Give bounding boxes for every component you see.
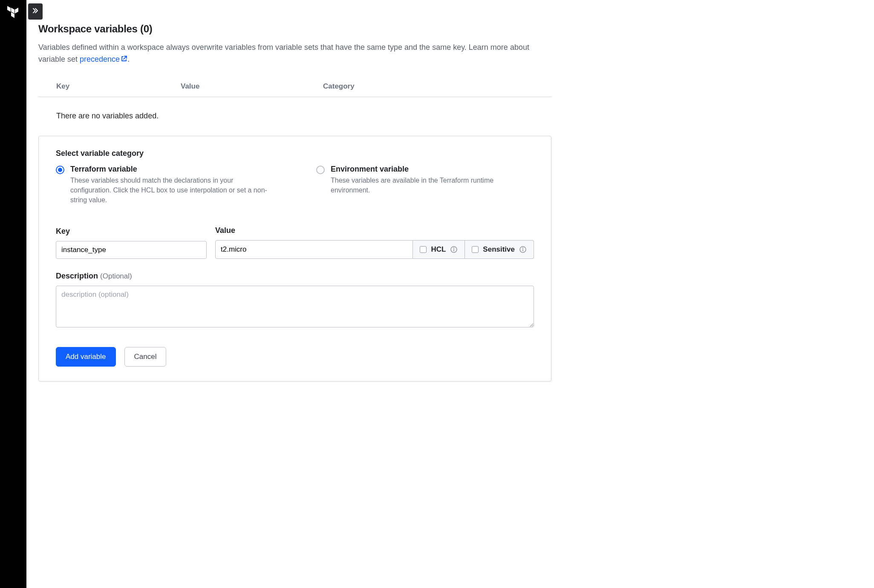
checkbox-icon [472,246,479,253]
expand-sidebar-button[interactable] [28,3,43,20]
description-field-label: Description (Optional) [56,272,534,281]
checkbox-icon [420,246,427,253]
info-icon[interactable] [450,246,458,253]
radio-terraform-variable[interactable]: Terraform variable These variables shoul… [56,165,274,205]
empty-state-message: There are no variables added. [38,112,551,120]
radio-environment-variable[interactable]: Environment variable These variables are… [316,165,534,205]
key-input[interactable] [56,241,207,259]
terraform-logo-icon [6,6,20,20]
sidebar [0,0,26,588]
radio-label: Terraform variable [70,165,274,174]
page-title: Workspace variables (0) [38,23,551,35]
column-header-category: Category [323,82,355,91]
add-variable-form: Select variable category Terraform varia… [38,136,551,382]
radio-description: These variables should match the declara… [70,175,274,205]
svg-point-5 [523,248,523,248]
variables-table-header: Key Value Category [38,82,551,97]
description-textarea[interactable] [56,286,534,327]
column-header-value: Value [181,82,323,91]
radio-description: These variables are available in the Ter… [331,175,534,195]
intro-text: Variables defined within a workspace alw… [38,42,551,66]
category-section-title: Select variable category [56,149,534,158]
svg-point-2 [454,248,454,248]
radio-icon [316,166,325,174]
radio-icon [56,166,64,174]
hcl-checkbox[interactable]: HCL [413,240,465,259]
info-icon[interactable] [519,246,527,253]
sensitive-checkbox[interactable]: Sensitive [465,240,534,259]
value-field-label: Value [215,226,534,235]
cancel-button[interactable]: Cancel [124,347,167,367]
precedence-link[interactable]: precedence [80,55,127,63]
key-field-label: Key [56,227,207,236]
add-variable-button[interactable]: Add variable [56,347,116,367]
radio-label: Environment variable [331,165,534,174]
value-input[interactable] [215,240,413,259]
external-link-icon [121,54,127,66]
chevron-right-double-icon [32,7,39,16]
column-header-key: Key [56,82,181,91]
